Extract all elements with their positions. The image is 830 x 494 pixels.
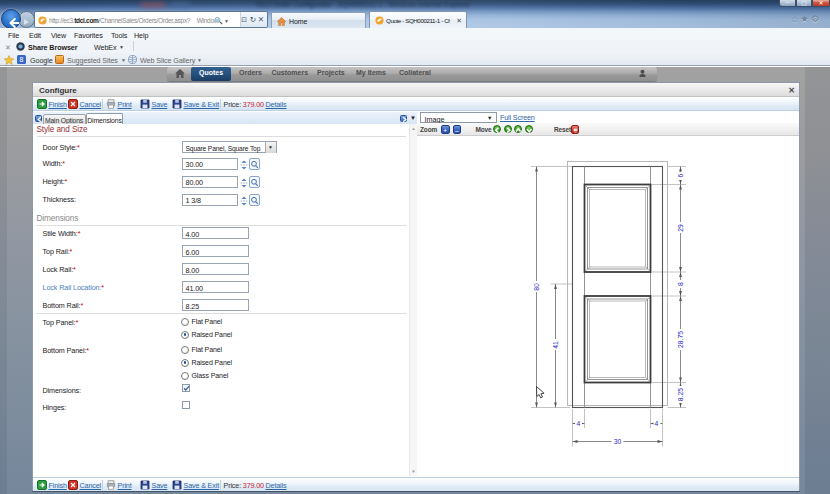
svg-text:6: 6 — [677, 173, 684, 177]
svg-text:28.75: 28.75 — [677, 331, 684, 348]
svg-text:8: 8 — [677, 282, 684, 286]
svg-text:4: 4 — [577, 420, 581, 427]
svg-text:41: 41 — [552, 341, 559, 349]
svg-text:80: 80 — [533, 283, 540, 291]
svg-text:29: 29 — [677, 224, 684, 232]
svg-text:30: 30 — [614, 438, 622, 445]
svg-text:4: 4 — [655, 420, 659, 427]
svg-text:8.25: 8.25 — [677, 388, 684, 401]
